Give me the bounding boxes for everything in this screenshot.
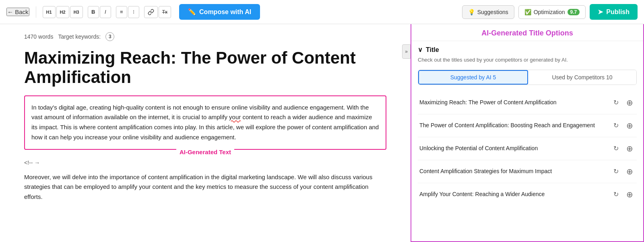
title-item: Content Amplification Strategies for Max… bbox=[418, 160, 637, 183]
compose-icon: ✏️ bbox=[188, 8, 196, 16]
sidebar-header: AI-Generated Title Options bbox=[411, 24, 643, 41]
title-item: The Power of Content Amplification: Boos… bbox=[418, 114, 637, 137]
title-actions: ↻ ⊕ bbox=[610, 189, 635, 200]
refresh-title-button[interactable]: ↻ bbox=[610, 120, 621, 131]
back-button[interactable]: ← Back bbox=[6, 8, 29, 16]
editor-title[interactable]: Maximizing Reach: The Power of Content A… bbox=[24, 48, 386, 87]
toolbar: ← Back H1 H2 H3 B I ≡ ⁝ Tx ✏️ Compose wi… bbox=[0, 0, 644, 24]
title-text: Maximizing Reach: The Power of Content A… bbox=[419, 99, 607, 107]
add-title-button[interactable]: ⊕ bbox=[624, 143, 635, 154]
add-title-button[interactable]: ⊕ bbox=[624, 97, 635, 108]
ai-generated-label: AI-Generated Text bbox=[176, 149, 234, 155]
italic-button[interactable]: I bbox=[100, 6, 111, 18]
title-section-label: Title bbox=[426, 46, 439, 54]
refresh-title-button[interactable]: ↻ bbox=[610, 143, 621, 154]
compose-ai-button[interactable]: ✏️ Compose with AI bbox=[179, 4, 260, 20]
publish-arrow-icon: ➤ bbox=[598, 8, 603, 16]
title-actions: ↻ ⊕ bbox=[610, 143, 635, 154]
title-section-header: ∨ Title bbox=[418, 46, 637, 54]
add-title-button[interactable]: ⊕ bbox=[624, 120, 635, 131]
clear-format-button[interactable]: Tx bbox=[159, 6, 171, 18]
title-actions: ↻ ⊕ bbox=[610, 97, 635, 108]
title-text: The Power of Content Amplification: Boos… bbox=[419, 122, 607, 130]
target-keywords-label: Target keywords: bbox=[58, 33, 101, 40]
h1-button[interactable]: H1 bbox=[43, 6, 56, 18]
add-title-button[interactable]: ⊕ bbox=[624, 166, 635, 177]
heading-buttons: H1 H2 H3 bbox=[43, 6, 83, 18]
title-actions: ↻ ⊕ bbox=[610, 166, 635, 177]
title-item: Maximizing Reach: The Power of Content A… bbox=[418, 91, 637, 114]
h2-button[interactable]: H2 bbox=[56, 6, 69, 18]
main-layout: 1470 words Target keywords: 3 Maximizing… bbox=[0, 24, 644, 242]
suggestions-button[interactable]: 💡 Suggestions bbox=[462, 5, 514, 19]
refresh-title-button[interactable]: ↻ bbox=[610, 97, 621, 108]
title-text: Unlocking the Potential of Content Ampli… bbox=[419, 145, 607, 153]
sidebar: AI-Generated Title Options ∨ Title Check… bbox=[411, 24, 644, 242]
title-text: Content Amplification Strategies for Max… bbox=[419, 168, 607, 176]
h3-button[interactable]: H3 bbox=[70, 6, 83, 18]
link-button[interactable] bbox=[144, 6, 158, 18]
unordered-list-button[interactable]: ⁝ bbox=[128, 6, 139, 18]
publish-button[interactable]: ➤ Publish bbox=[590, 4, 638, 20]
chevron-down-icon: ∨ bbox=[418, 46, 423, 54]
bulb-icon: 💡 bbox=[468, 9, 475, 15]
keywords-count-badge: 3 bbox=[105, 32, 114, 41]
editor-body: Moreover, we will delve into the importa… bbox=[24, 172, 386, 202]
sidebar-content: ∨ Title Check out the titles used by you… bbox=[411, 41, 643, 241]
optimization-button[interactable]: ✅ Optimization 9.7 bbox=[518, 5, 586, 19]
toolbar-divider bbox=[36, 6, 36, 18]
title-section-description: Check out the titles used by your compet… bbox=[418, 56, 637, 64]
editor-area: 1470 words Target keywords: 3 Maximizing… bbox=[0, 24, 411, 242]
bold-button[interactable]: B bbox=[88, 6, 99, 18]
refresh-title-button[interactable]: ↻ bbox=[610, 166, 621, 177]
tab-used-by-competitors[interactable]: Used by Competitors 10 bbox=[528, 70, 636, 85]
arrow-comment: <!-- → bbox=[24, 159, 386, 166]
word-count: 1470 words bbox=[24, 33, 53, 40]
misc-buttons: Tx bbox=[144, 6, 171, 18]
ordered-list-button[interactable]: ≡ bbox=[116, 6, 127, 18]
title-text: Amplify Your Content: Reaching a Wider A… bbox=[419, 190, 607, 199]
editor-meta: 1470 words Target keywords: 3 bbox=[24, 32, 386, 41]
check-circle-icon: ✅ bbox=[524, 9, 531, 15]
title-list: Maximizing Reach: The Power of Content A… bbox=[418, 91, 637, 206]
tab-suggested-by-ai[interactable]: Suggested by AI 5 bbox=[418, 70, 528, 85]
optimization-score-badge: 9.7 bbox=[568, 9, 580, 15]
title-item: Unlocking the Potential of Content Ampli… bbox=[418, 137, 637, 160]
toolbar-right: 💡 Suggestions ✅ Optimization 9.7 ➤ Publi… bbox=[462, 4, 638, 20]
list-buttons: ≡ ⁝ bbox=[116, 6, 139, 18]
title-tabs: Suggested by AI 5 Used by Competitors 10 bbox=[418, 70, 637, 85]
refresh-title-button[interactable]: ↻ bbox=[610, 189, 621, 200]
format-buttons: B I bbox=[88, 6, 111, 18]
title-item: Amplify Your Content: Reaching a Wider A… bbox=[418, 183, 637, 206]
collapse-sidebar-button[interactable]: » bbox=[402, 44, 411, 59]
title-actions: ↻ ⊕ bbox=[610, 120, 635, 131]
body-paragraph: Moreover, we will delve into the importa… bbox=[24, 172, 386, 202]
ai-generated-block: In today's digital age, creating high-qu… bbox=[24, 95, 386, 150]
add-title-button[interactable]: ⊕ bbox=[624, 189, 635, 200]
ai-paragraph: In today's digital age, creating high-qu… bbox=[31, 103, 379, 143]
